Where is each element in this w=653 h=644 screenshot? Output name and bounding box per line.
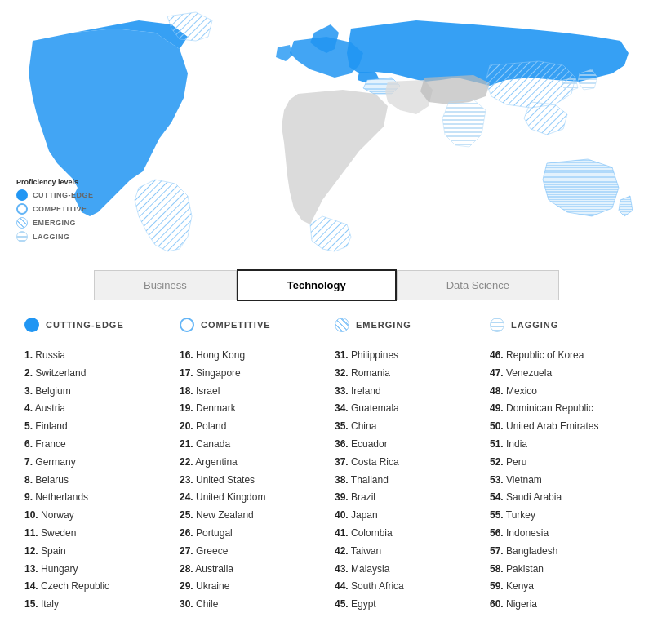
rank-item: 46. Republic of Korea: [490, 349, 629, 362]
rank-item: 32. Romania: [335, 366, 473, 380]
rank-item: 29. Ukraine: [180, 580, 318, 593]
rank-col-header-0: CUTTING-EDGE: [24, 318, 163, 339]
map-svg: [8, 8, 645, 253]
rank-item: 50. United Arab Emirates: [490, 420, 629, 433]
rank-col-label-2: EMERGING: [356, 320, 411, 330]
rank-col-header-3: LAGGING: [490, 318, 629, 339]
legend-competitive: COMPETITIVE: [16, 203, 94, 215]
rank-item: 5. Finland: [24, 420, 163, 433]
rank-item: 49. Dominican Republic: [490, 402, 629, 415]
lagging-icon: [16, 231, 28, 242]
rank-item: 30. Chile: [180, 597, 318, 611]
rank-item: 12. Spain: [24, 544, 163, 558]
rank-item: 1. Russia: [24, 349, 163, 362]
rank-item: 43. Malaysia: [335, 562, 473, 576]
rank-item: 42. Taiwan: [335, 544, 473, 558]
legend-emerging-label: EMERGING: [33, 219, 76, 227]
rank-item: 3. Belgium: [24, 384, 163, 398]
rank-item: 45. Egypt: [335, 597, 473, 611]
rank-item: 40. Japan: [335, 509, 473, 522]
rank-item: 53. Vietnam: [490, 473, 629, 487]
rankings-grid: CUTTING-EDGE1. Russia2. Switzerland3. Be…: [16, 318, 637, 615]
rank-item: 20. Poland: [180, 420, 318, 433]
rank-item: 19. Denmark: [180, 402, 318, 415]
rank-item: 24. United Kingdom: [180, 491, 318, 504]
rank-item: 25. New Zealand: [180, 509, 318, 522]
rank-item-highlight: 1. Russia: [24, 349, 65, 361]
rank-column-emerging: EMERGING31. Philippines32. Romania33. Ir…: [326, 318, 482, 615]
rank-col-label-3: LAGGING: [511, 320, 558, 330]
rank-col-icon-cutting-edge: [24, 318, 39, 332]
rank-item: 39. Brazil: [335, 491, 473, 504]
rank-item: 44. South Africa: [335, 580, 473, 593]
rank-item: 11. Sweden: [24, 526, 163, 540]
rank-column-cutting-edge: CUTTING-EDGE1. Russia2. Switzerland3. Be…: [16, 318, 171, 615]
competitive-icon: [16, 203, 28, 215]
rank-item: 7. Germany: [24, 455, 163, 469]
rank-item: 13. Hungary: [24, 562, 163, 576]
tabs-bar: Business Technology Data Science: [0, 269, 653, 301]
rank-col-label-1: COMPETITIVE: [201, 320, 271, 330]
rank-item: 6. France: [24, 437, 163, 451]
rank-item: 17. Singapore: [180, 366, 318, 380]
rank-column-competitive: COMPETITIVE16. Hong Kong17. Singapore18.…: [171, 318, 326, 615]
world-map: Proficiency levels CUTTING-EDGE COMPETIT…: [0, 0, 653, 261]
rank-item: 38. Thailand: [335, 473, 473, 487]
tab-data-science[interactable]: Data Science: [397, 270, 559, 300]
rank-item: 60. Nigeria: [490, 597, 629, 611]
legend-title: Proficiency levels: [16, 178, 94, 186]
rank-col-header-2: EMERGING: [335, 318, 473, 339]
rank-col-header-1: COMPETITIVE: [180, 318, 318, 339]
rank-item: 47. Venezuela: [490, 366, 629, 380]
rank-item: 2. Switzerland: [24, 366, 163, 380]
rank-item: 34. Guatemala: [335, 402, 473, 415]
rank-item: 18. Israel: [180, 384, 318, 398]
rank-item: 56. Indonesia: [490, 526, 629, 540]
rank-item: 55. Turkey: [490, 509, 629, 522]
legend-emerging: EMERGING: [16, 217, 94, 229]
legend-lagging: LAGGING: [16, 231, 94, 242]
rank-item: 14. Czech Republic: [24, 580, 163, 593]
rank-col-label-0: CUTTING-EDGE: [46, 320, 124, 330]
rank-col-icon-competitive: [180, 318, 194, 332]
cutting-edge-icon: [16, 189, 28, 201]
rank-item: 48. Mexico: [490, 384, 629, 398]
rank-item: 15. Italy: [24, 597, 163, 611]
rank-item: 33. Ireland: [335, 384, 473, 398]
legend-cutting-edge-label: CUTTING-EDGE: [33, 191, 94, 199]
legend-cutting-edge: CUTTING-EDGE: [16, 189, 94, 201]
legend-lagging-label: LAGGING: [33, 233, 70, 241]
rank-item: 26. Portugal: [180, 526, 318, 540]
map-legend: Proficiency levels CUTTING-EDGE COMPETIT…: [16, 178, 94, 245]
rank-item: 23. United States: [180, 473, 318, 487]
rank-item: 4. Austria: [24, 402, 163, 415]
rank-item: 10. Norway: [24, 509, 163, 522]
rank-item: 54. Saudi Arabia: [490, 491, 629, 504]
rank-item: 31. Philippines: [335, 349, 473, 362]
rank-item: 59. Kenya: [490, 580, 629, 593]
rank-column-lagging: LAGGING46. Republic of Korea47. Venezuel…: [482, 318, 637, 615]
rank-item: 52. Peru: [490, 455, 629, 469]
rank-item: 16. Hong Kong: [180, 349, 318, 362]
rankings-section: CUTTING-EDGE1. Russia2. Switzerland3. Be…: [0, 318, 653, 632]
rank-item: 36. Ecuador: [335, 437, 473, 451]
rank-item: 37. Costa Rica: [335, 455, 473, 469]
rank-item: 51. India: [490, 437, 629, 451]
rank-item: 27. Greece: [180, 544, 318, 558]
rank-item: 8. Belarus: [24, 473, 163, 487]
rank-item: 35. China: [335, 420, 473, 433]
rank-item: 57. Bangladesh: [490, 544, 629, 558]
rank-item: 58. Pakistan: [490, 562, 629, 576]
rank-item: 41. Colombia: [335, 526, 473, 540]
rank-col-icon-lagging: [490, 318, 504, 332]
rank-item: 28. Australia: [180, 562, 318, 576]
tab-business[interactable]: Business: [94, 270, 237, 300]
rank-item: 22. Argentina: [180, 455, 318, 469]
emerging-icon: [16, 217, 28, 229]
legend-competitive-label: COMPETITIVE: [33, 205, 87, 213]
tab-technology[interactable]: Technology: [237, 269, 397, 301]
rank-item: 9. Netherlands: [24, 491, 163, 504]
rank-col-icon-emerging: [335, 318, 349, 332]
rank-item: 21. Canada: [180, 437, 318, 451]
